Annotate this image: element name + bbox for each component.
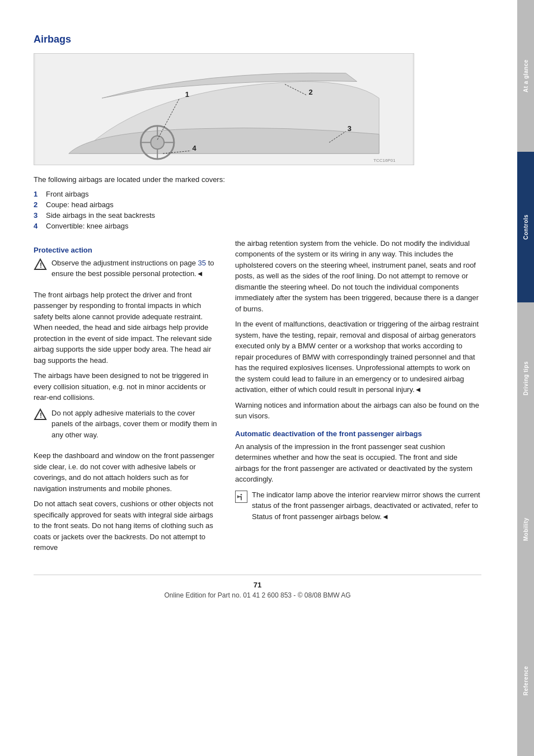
right-para-3: Warning notices and information about th…	[235, 400, 481, 422]
auto-deactivation-title: Automatic deactivation of the front pass…	[235, 430, 481, 438]
right-para-1: the airbag retention system from the veh…	[235, 238, 481, 315]
list-item: 1 Front airbags	[34, 190, 481, 198]
page-title: Airbags	[34, 34, 481, 45]
list-item: 2 Coupe: head airbags	[34, 200, 481, 209]
left-para-2: The airbags have been designed to not be…	[34, 370, 218, 403]
info-box: The indicator lamp above the interior re…	[235, 489, 481, 527]
svg-text:2: 2	[308, 88, 312, 96]
left-para-4: Do not attach seat covers, cushions or o…	[34, 498, 218, 553]
svg-text:TCC16P01: TCC16P01	[373, 158, 396, 163]
svg-marker-22	[237, 495, 240, 498]
car-diagram: 1 2 3 4 TCC16P01	[34, 53, 414, 165]
svg-text:!: !	[40, 412, 42, 419]
two-column-content: Protective action ! Observe the adjustme…	[34, 238, 481, 558]
warning-icon-1: !	[34, 258, 47, 272]
svg-text:!: !	[40, 262, 42, 269]
protective-action-title: Protective action	[34, 246, 218, 254]
left-para-1: The front airbags help protect the drive…	[34, 290, 218, 366]
auto-deactivation-para1: An analysis of the impression in the fro…	[235, 441, 481, 485]
footer-text: Online Edition for Part no. 01 41 2 600 …	[34, 591, 481, 599]
footer: 71 Online Edition for Part no. 01 41 2 6…	[34, 575, 481, 599]
tab-at-a-glance[interactable]: At a glance	[517, 0, 534, 151]
tab-mobility[interactable]: Mobility	[517, 454, 534, 605]
intro-text: The following airbags are located under …	[34, 174, 481, 185]
info-text: The indicator lamp above the interior re…	[252, 489, 481, 522]
info-icon	[235, 491, 247, 503]
tab-controls[interactable]: Controls	[517, 151, 534, 302]
svg-text:3: 3	[348, 124, 352, 133]
svg-point-21	[241, 494, 242, 496]
warning-text-2: Do not apply adhesive materials to the c…	[51, 408, 218, 441]
warning-icon-2: !	[34, 408, 47, 422]
warning-box-2: ! Do not apply adhesive materials to the…	[34, 408, 218, 445]
main-content: Airbags 1	[0, 0, 498, 756]
warning-box-1: ! Observe the adjustment instructions on…	[34, 258, 218, 284]
right-tabs: At a glance Controls Driving tips Mobili…	[517, 0, 534, 756]
left-column: Protective action ! Observe the adjustme…	[34, 238, 218, 558]
right-column: the airbag retention system from the veh…	[235, 238, 481, 558]
svg-text:4: 4	[193, 144, 197, 152]
page-number: 71	[34, 581, 481, 589]
page-wrapper: Airbags 1	[0, 0, 534, 756]
svg-point-2	[151, 136, 164, 150]
warning-text-1: Observe the adjustment instructions on p…	[51, 258, 218, 279]
airbag-list: 1 Front airbags 2 Coupe: head airbags 3 …	[34, 190, 481, 230]
tab-driving-tips[interactable]: Driving tips	[517, 302, 534, 454]
tab-reference[interactable]: Reference	[517, 605, 534, 756]
svg-text:1: 1	[185, 90, 189, 99]
right-para-2: In the event of malfunctions, deactivati…	[235, 319, 481, 395]
left-para-3: Keep the dashboard and window on the fro…	[34, 450, 218, 494]
list-item: 4 Convertible: knee airbags	[34, 222, 481, 230]
list-item: 3 Side airbags in the seat backrests	[34, 211, 481, 220]
page-link-35[interactable]: 35	[198, 259, 206, 267]
